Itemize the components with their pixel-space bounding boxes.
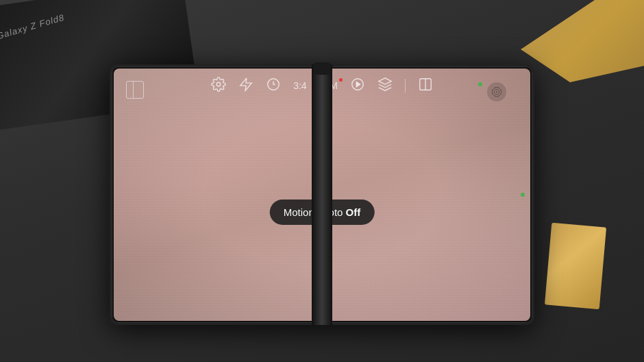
aspect-ratio-button[interactable]: 3:4 <box>293 80 306 92</box>
timer-svg <box>266 77 281 92</box>
svg-marker-2 <box>356 82 360 86</box>
layers-svg <box>377 77 393 92</box>
phone-device: 3:4 12M <box>110 64 534 325</box>
motion-photo-svg <box>350 77 365 92</box>
phone-box-label: Galaxy Z Fold8 <box>0 12 66 42</box>
flash-svg <box>238 77 253 92</box>
scene: Galaxy Z Fold8 <box>0 0 644 362</box>
motion-photo-icon[interactable] <box>350 77 365 95</box>
ratio-label: 3:4 <box>293 80 306 91</box>
phone-hinge-top <box>314 62 330 75</box>
layout-svg <box>418 77 433 92</box>
svg-marker-3 <box>379 78 391 84</box>
flash-icon[interactable] <box>238 77 253 95</box>
tooltip-off-label: Off <box>346 206 361 218</box>
megapixels-dot <box>339 78 343 82</box>
filters-icon[interactable] <box>377 77 393 95</box>
right-status-dot <box>521 193 525 197</box>
timer-icon[interactable] <box>266 77 281 95</box>
phone-hinge <box>312 64 332 325</box>
toolbar-divider <box>405 79 406 93</box>
settings-icon[interactable] <box>211 77 226 95</box>
gear-svg <box>211 77 226 92</box>
wood-block-right <box>545 223 606 310</box>
layout-toggle-icon[interactable] <box>418 77 433 95</box>
